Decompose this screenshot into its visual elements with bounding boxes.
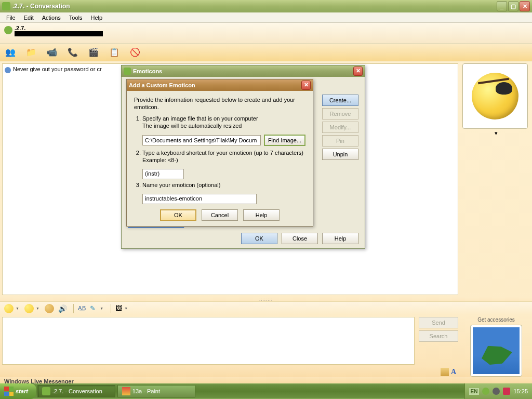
menu-edit[interactable]: Edit xyxy=(20,14,38,22)
menu-actions[interactable]: Actions xyxy=(38,14,65,22)
unpin-button[interactable]: Unpin xyxy=(322,149,358,160)
taskbar: start .2.7. - Conversation 13a - Paint E… xyxy=(0,383,532,399)
emoticon-name-input[interactable]: instructables-emoticon xyxy=(142,194,257,204)
modify-button: Modify... xyxy=(322,122,358,133)
window-title: .2.7. - Conversation xyxy=(12,3,497,10)
app-icon xyxy=(2,2,10,10)
share-files-icon[interactable]: 📁 xyxy=(25,46,37,59)
chevron-down-icon[interactable]: ▼ xyxy=(36,307,39,310)
font-button[interactable]: A͟B xyxy=(78,305,86,312)
contact-email-redacted xyxy=(15,31,103,36)
pirate-emoticon-icon xyxy=(472,73,518,119)
search-button[interactable]: Search xyxy=(419,330,458,342)
add-help-button[interactable]: Help xyxy=(243,209,280,221)
add-ok-button[interactable]: OK xyxy=(160,209,196,221)
maximize-button[interactable]: ▢ xyxy=(508,1,518,11)
edit-icon[interactable] xyxy=(441,368,449,376)
emoticons-dialog-title: Emoticons xyxy=(133,68,353,74)
clock[interactable]: 15:25 xyxy=(513,388,528,394)
msn-icon xyxy=(42,387,50,395)
add-dialog-title: Add a Custom Emoticon xyxy=(129,82,301,88)
activities-icon[interactable]: 🎬 xyxy=(87,46,100,59)
splitter[interactable]: :::::::: xyxy=(0,297,532,301)
my-avatar[interactable] xyxy=(470,325,522,377)
background-button[interactable]: ✎ xyxy=(90,304,96,312)
windows-logo-icon xyxy=(4,387,14,396)
system-tray: EN 15:25 xyxy=(464,383,532,399)
wink-button[interactable] xyxy=(24,304,34,313)
message-input[interactable] xyxy=(2,317,415,365)
step-3: Name your emoticon (optional) xyxy=(142,181,305,189)
taskbar-item-conversation[interactable]: .2.7. - Conversation xyxy=(37,385,115,397)
chevron-down-icon[interactable]: ▼ xyxy=(124,307,128,310)
emoticon-button[interactable] xyxy=(4,304,14,313)
language-indicator[interactable]: EN xyxy=(469,388,480,395)
taskbar-item-paint[interactable]: 13a - Paint xyxy=(117,385,195,397)
conversation-toolbar: 👥 📁 📹 📞 🎬 📋 🚫 xyxy=(0,44,532,61)
add-cancel-button[interactable]: Cancel xyxy=(202,209,238,221)
info-icon xyxy=(5,67,11,73)
voice-call-icon[interactable]: 📞 xyxy=(66,46,79,59)
voice-clip-button[interactable]: 🔊 xyxy=(58,304,67,313)
msn-icon xyxy=(124,68,131,75)
pin-button: Pin xyxy=(322,135,358,147)
menu-file[interactable]: File xyxy=(2,14,20,22)
shortcut-input[interactable]: (instr) xyxy=(142,169,184,179)
contact-header: .2.7. xyxy=(0,23,532,44)
invite-icon[interactable]: 👥 xyxy=(4,46,17,59)
chevron-down-icon[interactable]: ▼ xyxy=(100,307,103,310)
step-1: Specify an image file that is on your co… xyxy=(142,115,305,129)
contact-name: .2.7. xyxy=(4,25,528,31)
motocross-avatar-icon xyxy=(473,327,520,374)
tray-volume-icon[interactable] xyxy=(493,388,500,395)
find-image-button[interactable]: Find Image... xyxy=(264,135,305,146)
paint-icon xyxy=(122,387,130,395)
start-button[interactable]: start xyxy=(0,383,36,399)
accessories-link[interactable]: Get accessories xyxy=(462,317,530,323)
font-format-icon[interactable]: A xyxy=(451,368,459,376)
nudge-button[interactable] xyxy=(45,304,54,313)
close-button[interactable]: ✕ xyxy=(520,1,530,11)
emoticons-help-button[interactable]: Help xyxy=(322,233,358,244)
add-emoticon-dialog: Add a Custom Emoticon ✕ Provide the info… xyxy=(126,79,313,227)
emoticons-close-btn[interactable]: Close xyxy=(282,233,318,244)
emoticons-close-button[interactable]: ✕ xyxy=(353,66,363,76)
contact-avatar[interactable] xyxy=(462,63,528,129)
create-button[interactable]: Create... xyxy=(322,95,358,106)
menu-tools[interactable]: Tools xyxy=(65,14,87,22)
add-intro-text: Provide the information requested below … xyxy=(134,96,305,111)
window-titlebar: .2.7. - Conversation _ ▢ ✕ xyxy=(0,0,532,12)
add-dialog-close-button[interactable]: ✕ xyxy=(301,81,311,90)
chevron-down-icon[interactable]: ▼ xyxy=(16,307,19,310)
games-icon[interactable]: 📋 xyxy=(108,46,121,59)
remove-button: Remove xyxy=(322,108,358,119)
packs-button[interactable]: 🖼 xyxy=(115,304,122,312)
compose-toolbar: ▼ ▼ 🔊 A͟B ✎▼ 🖼▼ xyxy=(0,301,532,315)
chat-warning-text: Never give out your password or cr xyxy=(13,66,102,72)
image-path-field[interactable]: C:\Documents and Settings\Tilak\My Docum xyxy=(142,135,261,145)
tray-app-icon[interactable] xyxy=(503,388,510,395)
video-call-icon[interactable]: 📹 xyxy=(46,46,58,59)
step-2: Type a keyboard shortcut for your emotic… xyxy=(142,149,305,164)
emoticons-ok-button[interactable]: OK xyxy=(241,233,277,244)
contact-status-icon xyxy=(4,26,12,34)
tray-msn-icon[interactable] xyxy=(482,388,489,395)
block-icon[interactable]: 🚫 xyxy=(129,46,141,59)
minimize-button[interactable]: _ xyxy=(497,1,507,11)
avatar-expand-button[interactable]: ▾ xyxy=(462,130,530,137)
menubar: File Edit Actions Tools Help xyxy=(0,12,532,23)
send-button[interactable]: Send xyxy=(419,317,458,328)
menu-help[interactable]: Help xyxy=(86,14,107,22)
